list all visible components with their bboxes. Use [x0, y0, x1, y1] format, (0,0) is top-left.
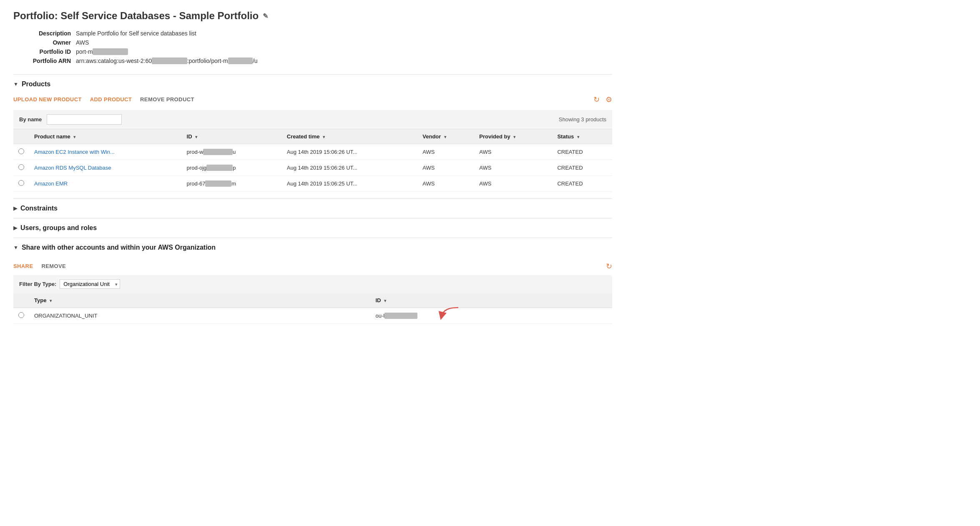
sort-icon: ▾: [195, 135, 197, 139]
share-button[interactable]: SHARE: [13, 260, 33, 272]
col-created-time[interactable]: Created time ▾: [282, 129, 418, 144]
products-table: Product name ▾ ID ▾ Created time ▾ Vendo…: [13, 129, 612, 192]
users-section-header[interactable]: ▶ Users, groups and roles: [13, 218, 612, 238]
product-vendor-cell: AWS: [417, 144, 474, 160]
filter-type-bar: Filter By Type: Organizational Unit Acco…: [13, 275, 612, 293]
products-toolbar: UPLOAD NEW PRODUCT ADD PRODUCT REMOVE PR…: [13, 94, 612, 105]
share-table: Type ▾ ID ▾ ORGANIZATIONAL_UNIT ou-l●●●●…: [13, 293, 612, 324]
product-vendor-cell: AWS: [417, 176, 474, 192]
share-section-content: SHARE REMOVE ↻ Filter By Type: Organizat…: [13, 257, 612, 331]
col-status[interactable]: Status ▾: [552, 129, 612, 144]
share-table-header-row: Type ▾ ID ▾: [13, 293, 612, 308]
product-created-time-cell: Aug 14th 2019 15:06:26 UT...: [282, 160, 418, 176]
product-name-cell[interactable]: Amazon EMR: [29, 176, 182, 192]
add-product-button[interactable]: ADD PRODUCT: [90, 94, 132, 105]
showing-count: Showing 3 products: [559, 116, 606, 123]
col-id[interactable]: ID ▾: [182, 129, 282, 144]
product-radio-0[interactable]: [18, 148, 24, 154]
products-section-header[interactable]: ▼ Products: [13, 74, 612, 94]
page-title: Portfolio: Self Service Databases - Samp…: [13, 10, 612, 22]
share-radio-0[interactable]: [18, 312, 24, 318]
toolbar-icons: ↻ ⚙: [593, 95, 612, 104]
filter-by-name-input[interactable]: [47, 114, 122, 125]
share-col-id[interactable]: ID ▾: [371, 293, 613, 308]
sort-icon: ▾: [50, 298, 52, 303]
sort-icon: ▾: [444, 135, 446, 139]
upload-new-product-button[interactable]: UPLOAD NEW PRODUCT: [13, 94, 82, 105]
product-provided-by-cell: AWS: [474, 176, 552, 192]
product-name-cell[interactable]: Amazon EC2 Instance with Win...: [29, 144, 182, 160]
table-header-row: Product name ▾ ID ▾ Created time ▾ Vendo…: [13, 129, 612, 144]
owner-row: Owner AWS: [17, 39, 612, 46]
chevron-right-icon: ▶: [13, 225, 17, 231]
product-provided-by-cell: AWS: [474, 144, 552, 160]
product-created-time-cell: Aug 14th 2019 15:06:25 UT...: [282, 176, 418, 192]
share-toolbar: SHARE REMOVE ↻: [13, 257, 612, 275]
share-id-cell: ou-l●●●●●●●●●●: [371, 308, 613, 324]
description-row: Description Sample Portfolio for Self se…: [17, 30, 612, 37]
red-arrow-annotation: [437, 306, 462, 322]
product-status-cell: CREATED: [552, 176, 612, 192]
chevron-down-icon: ▼: [13, 81, 18, 87]
portfolio-id-row: Portfolio ID port-m●●●●●●●●●●: [17, 48, 612, 55]
products-section: ▼ Products UPLOAD NEW PRODUCT ADD PRODUC…: [13, 74, 612, 198]
edit-icon[interactable]: ✎: [263, 12, 268, 20]
sort-icon: ▾: [513, 135, 515, 139]
filter-type-select[interactable]: Organizational Unit Account: [60, 279, 120, 289]
col-provided-by[interactable]: Provided by ▾: [474, 129, 552, 144]
product-id-cell: prod-w●●●●●●●●●u: [182, 144, 282, 160]
products-section-content: UPLOAD NEW PRODUCT ADD PRODUCT REMOVE PR…: [13, 94, 612, 198]
remove-product-button[interactable]: REMOVE PRODUCT: [140, 94, 194, 105]
share-type-cell: ORGANIZATIONAL_UNIT: [29, 308, 371, 324]
refresh-icon[interactable]: ↻: [593, 95, 600, 104]
col-product-name[interactable]: Product name ▾: [29, 129, 182, 144]
sort-icon: ▾: [73, 135, 75, 139]
constraints-section: ▶ Constraints: [13, 198, 612, 218]
share-col-type[interactable]: Type ▾: [29, 293, 371, 308]
settings-icon[interactable]: ⚙: [606, 95, 612, 104]
users-section: ▶ Users, groups and roles: [13, 218, 612, 238]
meta-info: Description Sample Portfolio for Self se…: [17, 30, 612, 64]
product-status-cell: CREATED: [552, 144, 612, 160]
product-radio-2[interactable]: [18, 180, 24, 186]
constraints-section-header[interactable]: ▶ Constraints: [13, 198, 612, 218]
sort-icon: ▾: [323, 135, 325, 139]
share-remove-button[interactable]: REMOVE: [41, 260, 66, 272]
product-status-cell: CREATED: [552, 160, 612, 176]
filter-type-select-wrapper[interactable]: Organizational Unit Account: [60, 279, 120, 289]
product-radio-1[interactable]: [18, 164, 24, 170]
product-id-cell: prod-ojg●●●●●●●●p: [182, 160, 282, 176]
share-section: ▼ Share with other accounts and within y…: [13, 238, 612, 331]
product-created-time-cell: Aug 14th 2019 15:06:26 UT...: [282, 144, 418, 160]
table-row: ORGANIZATIONAL_UNIT ou-l●●●●●●●●●●: [13, 308, 612, 324]
filter-bar: By name Showing 3 products: [13, 110, 612, 129]
product-provided-by-cell: AWS: [474, 160, 552, 176]
portfolio-arn-row: Portfolio ARN arn:aws:catalog:us-west-2:…: [17, 58, 612, 64]
product-name-cell[interactable]: Amazon RDS MySQL Database: [29, 160, 182, 176]
share-refresh-icon[interactable]: ↻: [606, 262, 612, 271]
share-section-header[interactable]: ▼ Share with other accounts and within y…: [13, 238, 612, 257]
product-vendor-cell: AWS: [417, 160, 474, 176]
table-row: Amazon RDS MySQL Database prod-ojg●●●●●●…: [13, 160, 612, 176]
product-id-cell: prod-67●●●●●●●●m: [182, 176, 282, 192]
chevron-right-icon: ▶: [13, 205, 17, 211]
chevron-down-icon: ▼: [13, 245, 18, 250]
table-row: Amazon EC2 Instance with Win... prod-w●●…: [13, 144, 612, 160]
sort-icon: ▾: [577, 135, 579, 139]
sort-icon: ▾: [384, 298, 386, 303]
col-vendor[interactable]: Vendor ▾: [417, 129, 474, 144]
table-row: Amazon EMR prod-67●●●●●●●●m Aug 14th 201…: [13, 176, 612, 192]
